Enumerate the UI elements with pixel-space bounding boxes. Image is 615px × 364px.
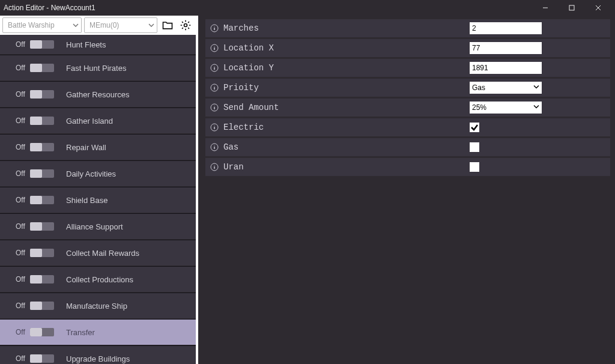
action-row[interactable]: OffUpgrade Buildings <box>0 345 196 364</box>
field-send-amount: Send Amount 25% <box>205 99 610 117</box>
toggle-state-label: Off <box>16 117 25 125</box>
info-icon <box>210 163 219 171</box>
info-icon <box>210 24 219 32</box>
toggle-state-label: Off <box>16 328 25 336</box>
action-row[interactable]: OffTransfer <box>0 319 196 345</box>
game-select-value: Battle Warship <box>8 21 55 29</box>
toggle-switch[interactable] <box>30 249 54 257</box>
action-row[interactable]: OffAlliance Support <box>0 213 196 239</box>
action-row[interactable]: OffFast Hunt Pirates <box>0 55 196 80</box>
toggle-state-label: Off <box>16 143 25 151</box>
electric-checkbox[interactable] <box>470 123 479 132</box>
chevron-down-icon <box>533 83 540 93</box>
toggle-switch[interactable] <box>30 117 54 125</box>
info-icon <box>210 123 219 132</box>
field-label: Uran <box>223 162 470 172</box>
action-name: Gather Resources <box>66 90 196 99</box>
toggle-wrap: Off <box>0 40 66 49</box>
right-panel: Marches Location X Location Y Prioity Ga… <box>198 16 615 364</box>
action-row[interactable]: OffManufacture Ship <box>0 293 196 318</box>
toggle-wrap: Off <box>0 328 66 336</box>
action-row[interactable]: OffCollect Mail Rewards <box>0 240 196 265</box>
toggle-state-label: Off <box>16 90 25 99</box>
info-icon <box>210 83 219 92</box>
toggle-wrap: Off <box>0 117 66 125</box>
toggle-state-label: Off <box>16 169 25 178</box>
field-marches: Marches <box>205 19 610 37</box>
action-row[interactable]: OffDaily Activities <box>0 160 196 186</box>
action-row[interactable]: OffShield Base <box>0 187 196 213</box>
field-location-y: Location Y <box>205 59 610 77</box>
device-select[interactable]: MEmu(0) <box>84 17 157 33</box>
action-name: Transfer <box>66 328 196 337</box>
toggle-state-label: Off <box>16 222 25 231</box>
chevron-down-icon <box>148 20 154 31</box>
field-label: Prioity <box>223 83 470 93</box>
priority-select[interactable]: Gas <box>470 82 542 94</box>
window-title: Action Editor - NewAccount1 <box>4 4 95 12</box>
toggle-switch[interactable] <box>30 328 54 336</box>
action-name: Daily Activities <box>66 169 196 178</box>
gas-checkbox[interactable] <box>470 142 479 152</box>
toggle-switch[interactable] <box>30 222 54 231</box>
field-electric: Electric <box>205 118 610 136</box>
minimize-button[interactable] <box>532 0 559 16</box>
send-amount-select[interactable]: 25% <box>470 102 542 114</box>
toggle-switch[interactable] <box>30 275 54 284</box>
field-label: Electric <box>223 123 470 132</box>
toggle-switch[interactable] <box>30 169 54 178</box>
toggle-state-label: Off <box>16 354 25 363</box>
field-priority: Prioity Gas <box>205 79 610 97</box>
action-name: Collect Mail Rewards <box>66 249 196 258</box>
top-toolbar: Battle Warship MEmu(0) <box>0 16 198 35</box>
marches-input[interactable] <box>470 22 542 34</box>
toggle-wrap: Off <box>0 64 66 72</box>
folder-button[interactable] <box>160 17 175 33</box>
action-name: Manufacture Ship <box>66 302 196 311</box>
toggle-wrap: Off <box>0 169 66 178</box>
settings-button[interactable] <box>178 17 193 33</box>
field-label: Location Y <box>223 63 470 73</box>
location-x-input[interactable] <box>470 42 542 54</box>
svg-point-1 <box>184 24 187 27</box>
toggle-switch[interactable] <box>30 90 54 99</box>
info-icon <box>210 64 219 72</box>
toggle-switch[interactable] <box>30 354 54 363</box>
action-row[interactable]: OffGather Resources <box>0 81 196 107</box>
field-label: Marches <box>223 23 470 33</box>
action-name: Collect Productions <box>66 275 196 284</box>
svg-rect-0 <box>569 5 574 10</box>
toggle-state-label: Off <box>16 196 25 204</box>
field-location-x: Location X <box>205 39 610 57</box>
chevron-down-icon <box>533 103 540 112</box>
action-row[interactable]: OffGather Island <box>0 108 196 133</box>
action-row[interactable]: OffCollect Productions <box>0 266 196 292</box>
close-button[interactable] <box>585 0 611 16</box>
action-name: Shield Base <box>66 196 196 205</box>
toggle-switch[interactable] <box>30 196 54 204</box>
toggle-state-label: Off <box>16 40 25 49</box>
toggle-wrap: Off <box>0 143 66 151</box>
send-amount-select-value: 25% <box>472 103 486 112</box>
game-select[interactable]: Battle Warship <box>2 17 82 33</box>
left-panel: Battle Warship MEmu(0) <box>0 16 198 364</box>
location-y-input[interactable] <box>470 62 542 74</box>
toggle-wrap: Off <box>0 196 66 204</box>
info-icon <box>210 103 219 112</box>
action-name: Upgrade Buildings <box>66 354 196 363</box>
action-list: OffHunt FleetsOffFast Hunt PiratesOffGat… <box>0 35 198 364</box>
toggle-wrap: Off <box>0 275 66 284</box>
uran-checkbox[interactable] <box>470 162 479 172</box>
toggle-switch[interactable] <box>30 143 54 151</box>
action-row[interactable]: OffHunt Fleets <box>0 35 196 54</box>
info-icon <box>210 44 219 52</box>
action-row[interactable]: OffRepair Wall <box>0 134 196 160</box>
toggle-switch[interactable] <box>30 64 54 72</box>
toggle-switch[interactable] <box>30 40 54 49</box>
maximize-button[interactable] <box>559 0 585 16</box>
field-label: Send Amount <box>223 103 470 112</box>
field-label: Location X <box>223 43 470 53</box>
priority-select-value: Gas <box>472 83 485 92</box>
toggle-wrap: Off <box>0 249 66 257</box>
toggle-switch[interactable] <box>30 302 54 310</box>
